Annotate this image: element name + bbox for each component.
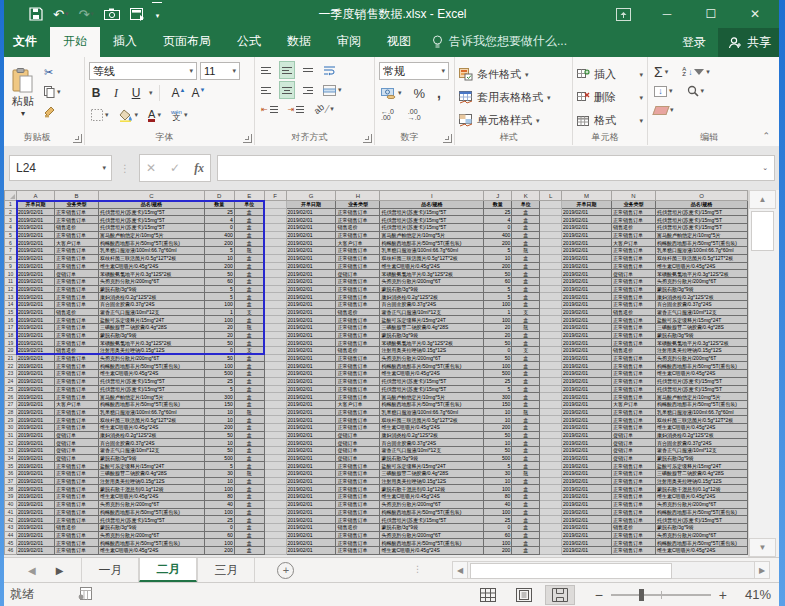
row-header[interactable]: 20 [5, 347, 17, 355]
column-header[interactable]: H [336, 191, 380, 201]
column-header[interactable]: E [234, 191, 264, 201]
tab-file[interactable]: 文件 [0, 27, 50, 57]
expand-formula-bar-icon[interactable]: ⌄ [762, 164, 768, 172]
column-header[interactable]: K [512, 191, 540, 201]
align-right-icon[interactable] [301, 82, 315, 98]
font-name-combo[interactable]: 等线▾ [89, 62, 197, 80]
comma-style-icon[interactable]: , [435, 85, 443, 101]
select-all-corner[interactable] [5, 191, 17, 201]
format-painter-icon[interactable] [42, 104, 63, 120]
conditional-formatting-button[interactable]: 条件格式▾ [459, 64, 568, 85]
scroll-down-icon[interactable]: ▼ [749, 538, 776, 557]
sign-in-link[interactable]: 登录 [670, 34, 718, 51]
zoom-in-icon[interactable]: + [719, 587, 727, 603]
name-box[interactable]: L24▾ [9, 155, 112, 181]
font-color-icon[interactable]: A▾ [146, 107, 163, 123]
row-header[interactable]: 8 [5, 254, 17, 262]
column-header[interactable]: G [286, 191, 336, 201]
delete-cells-button[interactable]: 删除▾ [577, 87, 643, 108]
formula-input[interactable]: ⌄ [217, 155, 775, 181]
zoom-slider-thumb[interactable] [639, 589, 644, 601]
grid-table[interactable]: ABCDEFGHIJKLMNO1开单日期业务类型品名/规格数量单位开单日期业务类… [4, 190, 748, 555]
sheet-tab-march[interactable]: 三月 [197, 558, 255, 582]
camera-icon[interactable] [101, 3, 123, 25]
row-header[interactable]: 6 [5, 239, 17, 247]
column-header[interactable]: M [562, 191, 612, 201]
sort-filter-icon[interactable]: AZ↓▾ [680, 64, 712, 80]
grid[interactable]: ABCDEFGHIJKLMNO1开单日期业务类型品名/规格数量单位开单日期业务类… [4, 190, 748, 557]
borders-icon[interactable]: ▾ [89, 107, 111, 123]
bold-button[interactable]: B [89, 86, 103, 100]
row-header[interactable]: 10 [5, 270, 17, 278]
column-header[interactable]: A [16, 191, 54, 201]
customize-qat-icon[interactable]: ▾ [152, 2, 163, 27]
cut-icon[interactable]: ✂ [42, 64, 63, 80]
row-header[interactable]: 5 [5, 231, 17, 239]
row-header[interactable]: 36 [5, 470, 17, 478]
row-header[interactable]: 18 [5, 331, 17, 339]
row-header[interactable]: 42 [5, 516, 17, 524]
accounting-format-icon[interactable]: ▾ [379, 85, 404, 101]
row-header[interactable]: 45 [5, 539, 17, 547]
redo-button[interactable]: ↷▾ [75, 3, 96, 25]
insert-cells-button[interactable]: 插入▾ [577, 64, 643, 85]
tab-data[interactable]: 数据 [274, 27, 324, 57]
tab-view[interactable]: 视图 [374, 27, 424, 57]
save-icon[interactable] [26, 3, 46, 25]
tab-splitter[interactable]: ⋮ [413, 564, 422, 574]
vertical-scrollbar[interactable]: ▲ ▼ [748, 190, 776, 557]
align-top-icon[interactable] [259, 62, 273, 78]
scroll-up-icon[interactable]: ▲ [749, 190, 776, 209]
font-size-combo[interactable]: 11▾ [200, 62, 240, 80]
find-select-icon[interactable]: ▾ [685, 83, 707, 99]
cancel-icon[interactable]: ✕ [146, 161, 156, 175]
minimize-icon[interactable]: ─ [645, 0, 689, 28]
format-as-table-button[interactable]: 套用表格格式▾ [459, 87, 568, 108]
row-header[interactable]: 3 [5, 216, 17, 224]
row-header[interactable]: 2 [5, 208, 17, 216]
ribbon-display-options-icon[interactable] [601, 0, 645, 28]
alignment-dialog-launcher[interactable] [363, 134, 372, 143]
row-header[interactable]: 21 [5, 354, 17, 362]
wrap-text-icon[interactable] [321, 62, 338, 78]
increase-font-button[interactable]: A▲ [172, 86, 186, 100]
row-header[interactable]: 24 [5, 377, 17, 385]
row-header[interactable]: 33 [5, 447, 17, 455]
increase-decimal-icon[interactable]: ←.0.00 [379, 107, 396, 123]
row-header[interactable]: 34 [5, 454, 17, 462]
scroll-right-icon[interactable]: ▶ [754, 561, 770, 579]
align-left-icon[interactable] [259, 82, 273, 98]
horizontal-scroll-thumb[interactable] [470, 563, 672, 579]
page-break-preview-icon[interactable] [545, 585, 575, 605]
tell-me-box[interactable]: 告诉我您想要做什么... [424, 27, 575, 57]
new-sheet-button[interactable]: + [277, 558, 294, 582]
orientation-icon[interactable]: ab⁄▾ [312, 101, 335, 117]
share-button[interactable]: 共享 [718, 28, 785, 57]
tab-review[interactable]: 审阅 [324, 27, 374, 57]
merge-center-icon[interactable]: ▾ [321, 82, 344, 98]
row-header[interactable]: 9 [5, 262, 17, 270]
column-header[interactable]: F [264, 191, 286, 201]
tab-formulas[interactable]: 公式 [224, 27, 274, 57]
macro-record-icon[interactable] [78, 587, 92, 603]
tab-page-layout[interactable]: 页面布局 [150, 27, 224, 57]
row-header[interactable]: 43 [5, 523, 17, 531]
sheet-nav-next-icon[interactable]: ▶ [56, 565, 64, 576]
paste-button[interactable]: 粘贴 ▾ [4, 60, 42, 126]
sheet-tab-february[interactable]: 二月 [139, 558, 197, 582]
horizontal-scrollbar[interactable]: ◀ ▶ [452, 561, 770, 579]
column-header[interactable]: I [380, 191, 484, 201]
row-header[interactable]: 40 [5, 500, 17, 508]
row-header[interactable]: 35 [5, 462, 17, 470]
switch-windows-icon[interactable] [127, 3, 148, 25]
column-header[interactable]: N [611, 191, 655, 201]
decrease-decimal-icon[interactable]: .00→.0 [406, 107, 423, 123]
row-header[interactable]: 13 [5, 293, 17, 301]
autosum-icon[interactable]: Σ▾ [652, 64, 670, 80]
italic-button[interactable]: I [109, 86, 123, 101]
decrease-font-button[interactable]: A▼ [192, 86, 206, 100]
column-header[interactable]: B [54, 191, 98, 201]
decrease-indent-icon[interactable]: ⇤ [259, 101, 280, 117]
increase-indent-icon[interactable]: ⇥ [286, 101, 307, 117]
copy-icon[interactable]: ▾ [42, 84, 63, 100]
